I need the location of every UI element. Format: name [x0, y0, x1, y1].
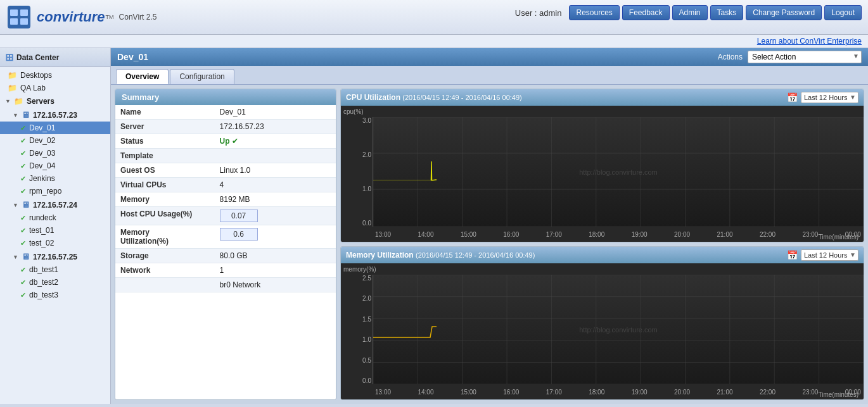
sidebar-label: Dev_04	[29, 161, 55, 170]
summary-label: MemoryUtilization(%)	[115, 225, 215, 249]
table-row: Host CPU Usage(%) 0.07	[115, 207, 336, 225]
summary-label: Storage	[115, 249, 215, 263]
cpu-usage-value: 0.07	[220, 210, 258, 222]
cpu-chart-svg	[373, 117, 864, 227]
folder-icon: 📁	[8, 84, 17, 92]
change-password-button[interactable]: Change Password	[746, 5, 822, 20]
main-layout: ⊞ Data Center 📁 Desktops 📁 QA Lab ▼ 📁 Se…	[0, 48, 868, 404]
sidebar-label: Dev_02	[29, 136, 55, 145]
tasks-button[interactable]: Tasks	[710, 5, 744, 20]
sidebar-item-dev01[interactable]: ✔ Dev_01	[0, 122, 110, 134]
tri-down-icon: ▼	[13, 254, 18, 260]
actions-select[interactable]: Select Action	[748, 51, 862, 63]
server-icon: 🖥	[22, 110, 30, 120]
sidebar-label: 172.16.57.25	[33, 253, 77, 261]
checkbox-icon: ✔	[20, 214, 26, 222]
sidebar: ⊞ Data Center 📁 Desktops 📁 QA Lab ▼ 📁 Se…	[0, 48, 111, 404]
cpu-chart-controls: 📅 Last 12 Hours	[787, 92, 858, 103]
sidebar-item-dev04[interactable]: ✔ Dev_04	[0, 160, 110, 172]
summary-label: Server	[115, 120, 215, 134]
sidebar-item-qalab[interactable]: 📁 QA Lab	[0, 82, 110, 94]
actions-area: Actions Select Action	[718, 51, 862, 63]
page-title-bar: Dev_01 Actions Select Action	[111, 48, 868, 66]
summary-value: 0.6	[215, 225, 336, 249]
calendar-icon[interactable]: 📅	[787, 92, 798, 103]
svg-rect-2	[20, 9, 28, 16]
memory-chart-container: Memory Utilization (2016/04/15 12:49 - 2…	[340, 246, 864, 400]
main-panel: Summary Name Dev_01 Server 172.16.57.23 …	[111, 85, 868, 404]
sidebar-item-dbtest2[interactable]: ✔ db_test2	[0, 276, 110, 289]
checkbox-icon: ✔	[20, 124, 26, 132]
sidebar-item-rundeck[interactable]: ✔ rundeck	[0, 211, 110, 224]
table-row: Memory 8192 MB	[115, 192, 336, 207]
summary-value: 0.07	[215, 207, 336, 225]
summary-label: Memory	[115, 192, 215, 207]
sidebar-label: test_01	[29, 226, 54, 235]
summary-label: Virtual CPUs	[115, 178, 215, 192]
tab-overview[interactable]: Overview	[116, 69, 169, 84]
sidebar-label: rundeck	[29, 213, 56, 222]
resources-button[interactable]: Resources	[569, 5, 619, 20]
sidebar-item-dbtest1[interactable]: ✔ db_test1	[0, 263, 110, 276]
summary-panel: Summary Name Dev_01 Server 172.16.57.23 …	[115, 89, 336, 400]
table-row: Guest OS Linux 1.0	[115, 163, 336, 178]
sidebar-item-desktops[interactable]: 📁 Desktops	[0, 69, 110, 82]
sidebar-item-rpm-repo[interactable]: ✔ rpm_repo	[0, 185, 110, 197]
enterprise-link[interactable]: Learn about ConVirt Enterprise	[0, 35, 868, 48]
sidebar-item-dev03[interactable]: ✔ Dev_03	[0, 147, 110, 160]
tri-down-icon: ▼	[13, 112, 18, 118]
sidebar-item-dev02[interactable]: ✔ Dev_02	[0, 134, 110, 147]
cpu-x-time-label: Time(minutes)	[818, 234, 858, 241]
sidebar-header[interactable]: ⊞ Data Center	[0, 48, 110, 67]
svg-rect-1	[10, 9, 18, 16]
memory-time-select[interactable]: Last 12 Hours	[801, 249, 858, 261]
cpu-chart-body: 3.0 2.0 1.0 0.0 cpu(%)	[341, 106, 864, 242]
sidebar-item-server1[interactable]: ▼ 🖥 172.16.57.23	[0, 108, 110, 122]
status-check-icon: ✔	[232, 137, 238, 146]
checkbox-icon: ✔	[20, 187, 26, 196]
tri-down-icon: ▼	[13, 202, 18, 208]
checkbox-icon: ✔	[20, 149, 26, 158]
table-row: Name Dev_01	[115, 105, 336, 120]
summary-header: Summary	[115, 89, 336, 105]
logout-button[interactable]: Logout	[824, 5, 862, 20]
server-icon: 🖥	[22, 252, 30, 261]
sidebar-item-jenkins[interactable]: ✔ Jenkins	[0, 172, 110, 185]
server-icon: 🖥	[22, 200, 30, 210]
feedback-button[interactable]: Feedback	[622, 5, 670, 20]
table-row: Network 1	[115, 263, 336, 278]
svg-rect-4	[20, 18, 28, 25]
summary-value	[215, 149, 336, 163]
sidebar-label: db_test3	[29, 291, 58, 299]
sidebar-root-label: Data Center	[16, 53, 59, 62]
sidebar-item-server3[interactable]: ▼ 🖥 172.16.57.25	[0, 249, 110, 263]
tab-configuration[interactable]: Configuration	[170, 69, 234, 84]
sidebar-item-dbtest3[interactable]: ✔ db_test3	[0, 289, 110, 301]
checkbox-icon: ✔	[20, 239, 26, 247]
header: convirture TM ConVirt 2.5 User : admin R…	[0, 0, 868, 35]
sidebar-group: 📁 Desktops 📁 QA Lab ▼ 📁 Servers ▼ 🖥 172.…	[0, 67, 110, 303]
summary-value: 80.0 GB	[215, 249, 336, 263]
checkbox-icon: ✔	[20, 266, 26, 274]
memory-y-axis: 2.5 2.0 1.5 1.0 0.5 0.0	[343, 275, 371, 384]
sidebar-item-test01[interactable]: ✔ test_01	[0, 224, 110, 237]
sidebar-label: Dev_03	[29, 149, 55, 158]
sidebar-label: 172.16.57.23	[33, 111, 77, 120]
memory-chart-area: http://blog.convirture.com	[373, 275, 864, 384]
summary-value: br0 Network	[215, 278, 336, 292]
summary-value: Dev_01	[215, 105, 336, 120]
table-row: br0 Network	[115, 278, 336, 292]
sidebar-item-test02[interactable]: ✔ test_02	[0, 237, 110, 249]
admin-button[interactable]: Admin	[672, 5, 708, 20]
sidebar-item-servers[interactable]: ▼ 📁 Servers	[0, 94, 110, 108]
charts-area: CPU Utilization (2016/04/15 12:49 - 2016…	[340, 89, 864, 400]
summary-value: Up ✔	[215, 134, 336, 149]
nav-area: User : admin Resources Feedback Admin Ta…	[515, 5, 862, 20]
cpu-time-select[interactable]: Last 12 Hours	[801, 92, 858, 103]
memory-chart-body: 2.5 2.0 1.5 1.0 0.5 0.0 memory(%)	[341, 263, 864, 399]
calendar-icon[interactable]: 📅	[787, 250, 798, 260]
summary-label: Host CPU Usage(%)	[115, 207, 215, 225]
sidebar-item-server2[interactable]: ▼ 🖥 172.16.57.24	[0, 197, 110, 211]
cpu-x-axis: 13:00 14:00 15:00 16:00 17:00 18:00 19:0…	[373, 231, 864, 238]
memory-time-select-wrapper: Last 12 Hours	[801, 249, 858, 261]
